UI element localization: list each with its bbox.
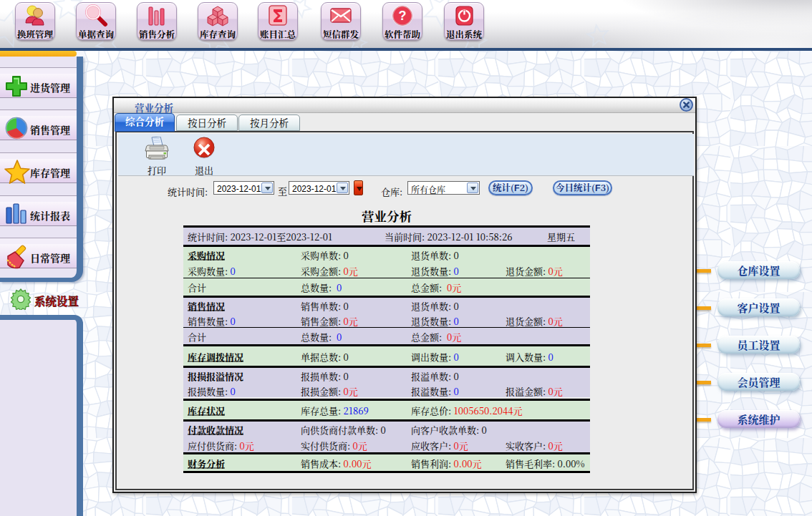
svg-text:?: ? xyxy=(399,9,407,23)
